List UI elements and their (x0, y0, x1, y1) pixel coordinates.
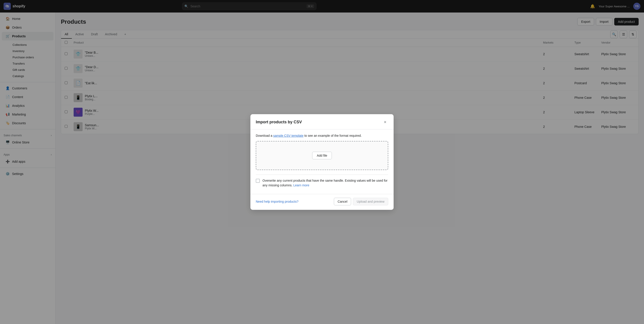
modal-footer: Need help importing products? Cancel Upl… (250, 194, 394, 210)
sample-csv-link[interactable]: sample CSV template (273, 134, 304, 138)
upload-preview-button[interactable]: Upload and preview (353, 198, 388, 205)
modal-description: Download a sample CSV template to see an… (256, 134, 388, 138)
need-help-link[interactable]: Need help importing products? (256, 200, 298, 203)
cancel-button[interactable]: Cancel (334, 198, 351, 205)
overwrite-text: Overwrite any current products that have… (262, 178, 388, 188)
modal-close-button[interactable]: × (382, 119, 388, 126)
modal-title: Import products by CSV (256, 120, 302, 125)
modal-body: Download a sample CSV template to see an… (250, 129, 394, 194)
modal-overlay[interactable]: Import products by CSV × Download a samp… (0, 0, 644, 324)
add-file-button[interactable]: Add file (312, 152, 332, 159)
modal-footer-buttons: Cancel Upload and preview (334, 198, 388, 205)
import-modal: Import products by CSV × Download a samp… (250, 114, 394, 210)
overwrite-learn-more-link[interactable]: Learn more (293, 183, 310, 187)
overwrite-row: Overwrite any current products that have… (256, 174, 388, 189)
modal-header: Import products by CSV × (250, 114, 394, 129)
file-drop-zone[interactable]: Add file (256, 141, 388, 170)
overwrite-checkbox[interactable] (256, 179, 260, 183)
